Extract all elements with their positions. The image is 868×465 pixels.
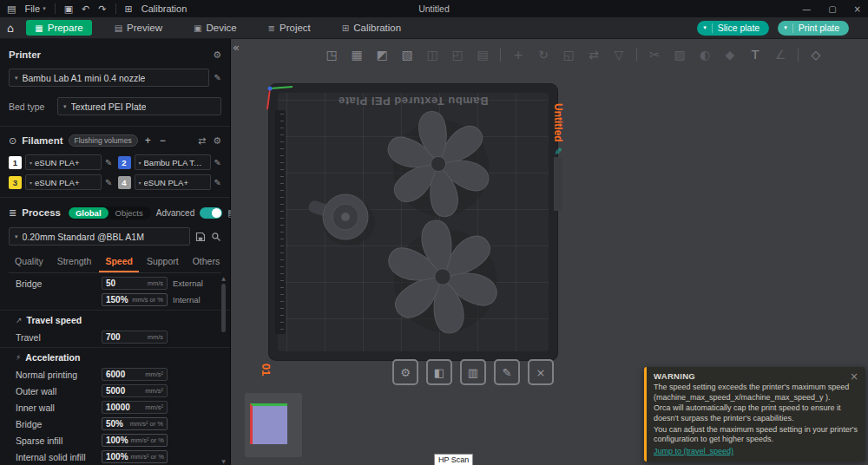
assembly-icon[interactable]: ◇ [806, 44, 826, 65]
process-tab-quality[interactable]: Quality [9, 252, 49, 272]
param-row: 150%mm/s or %Internal [0, 291, 230, 308]
printer-settings-gear-icon[interactable]: ⚙ [213, 49, 221, 61]
edit-filament-icon[interactable]: ✎ [105, 158, 112, 167]
tab-calibration[interactable]: ⊞Calibration [333, 20, 410, 36]
model-objects[interactable] [269, 84, 557, 360]
sync-filament-icon[interactable]: ⇄ [198, 135, 206, 147]
plate-delete-button[interactable]: × [528, 359, 554, 385]
scale-icon: ◱ [558, 44, 579, 65]
scope-global[interactable]: Global [69, 207, 108, 219]
param-input[interactable]: 700mm/s [102, 331, 168, 344]
knob-model[interactable] [307, 194, 375, 246]
warning-line: Orca will automatically cap the print sp… [654, 403, 858, 423]
plate-rename-button[interactable]: ✎ [494, 359, 520, 385]
search-icon[interactable] [211, 232, 221, 242]
filament-select[interactable]: ▾Bambu PLA Tough [135, 154, 211, 170]
calibration-menu[interactable]: Calibration [141, 3, 187, 14]
tab-preview[interactable]: ▤Preview [106, 20, 171, 36]
edit-printer-icon[interactable]: ✎ [214, 73, 221, 82]
maximize-button[interactable]: ▢ [828, 4, 836, 14]
add-plate-icon[interactable]: ▦ [346, 44, 367, 65]
add-object-icon[interactable]: ◳ [321, 44, 342, 65]
process-tab-strength[interactable]: Strength [51, 252, 98, 272]
prepare-tab-icon: ▦ [35, 23, 43, 33]
pinwheel-model[interactable] [384, 215, 502, 337]
add-filament-button[interactable]: + [143, 134, 153, 147]
flushing-volumes-button[interactable]: Flushing volumes [69, 134, 138, 147]
build-plate[interactable]: Bambu Textured PEI Plate [269, 84, 557, 360]
print-plate-button[interactable]: ▾ Print plate [778, 21, 849, 36]
minimize-button[interactable]: — [802, 4, 811, 14]
process-preset-select[interactable]: ▾ 0.20mm Standard @BBL A1M [9, 227, 190, 246]
scope-objects[interactable]: Objects [108, 207, 150, 219]
section-label: Travel speed [27, 315, 82, 325]
filament-name: eSUN PLA+ [35, 178, 80, 187]
close-button[interactable]: × [854, 4, 861, 14]
save-preset-icon[interactable] [195, 232, 206, 242]
param-input[interactable]: 100%mm/s² or % [102, 450, 168, 463]
advanced-toggle[interactable] [200, 207, 222, 219]
viewport-3d[interactable]: « ◳▦◩▧◫◰▤+↻◱⇄▽✂▨◐◆T∠◇ Bambu Textured PEI… [231, 39, 868, 465]
chevron-down-icon[interactable]: ▾ [784, 24, 787, 31]
param-input[interactable]: 10000mm/s² [102, 401, 168, 414]
warning-jump-link[interactable]: Jump to (travel_speed) [654, 447, 733, 455]
tab-project[interactable]: ≣Project [260, 20, 319, 36]
plate-settings-icon: ⚙ [400, 366, 411, 379]
printer-preset-select[interactable]: ▾ Bambu Lab A1 mini 0.4 nozzle [9, 69, 209, 87]
warning-close-icon[interactable]: × [850, 371, 858, 382]
plate-rearrange-button[interactable]: ▥ [460, 359, 486, 385]
param-value: 150% [106, 295, 128, 305]
pinwheel-model[interactable] [384, 107, 493, 220]
param-unit: mm/s² [142, 370, 163, 378]
arrange-objects-icon[interactable]: ▧ [397, 44, 418, 65]
filament-select[interactable]: ▾eSUN PLA+ [25, 174, 102, 190]
edit-filament-icon[interactable]: ✎ [214, 158, 221, 167]
plate-filament-button[interactable]: ◧ [426, 359, 452, 385]
filament-color-chip[interactable]: 2 [118, 156, 131, 169]
scroll-up-icon[interactable]: ▲ [221, 275, 226, 281]
undo-icon[interactable]: ↶ [82, 3, 89, 15]
printer-preset-value: Bambu Lab A1 mini 0.4 nozzle [23, 73, 146, 83]
auto-orient-icon[interactable]: ◩ [372, 44, 392, 65]
filament-settings-gear-icon[interactable]: ⚙ [213, 135, 221, 147]
chevron-down-icon[interactable]: ▾ [703, 24, 707, 31]
param-input[interactable]: 50%mm/s² or % [102, 417, 168, 430]
home-button[interactable]: ⌂ [7, 22, 14, 35]
scrollbar-thumb[interactable] [221, 284, 226, 332]
slice-plate-button[interactable]: ▾ Slice plate [697, 21, 769, 36]
bed-type-select[interactable]: ▾ Textured PEI Plate [57, 97, 221, 115]
plate-settings-button[interactable]: ⚙ [392, 359, 418, 385]
edit-project-icon[interactable]: ✎ [553, 147, 564, 155]
app-menu-icon[interactable]: ▤ [7, 3, 16, 15]
collapse-sidebar-button[interactable]: « [233, 41, 240, 54]
process-tab-support[interactable]: Support [141, 252, 185, 272]
filament-color-chip[interactable]: 3 [9, 176, 22, 189]
tab-prepare[interactable]: ▦Prepare [26, 20, 91, 36]
tab-device[interactable]: ▣Device [185, 20, 246, 36]
plate-number[interactable]: 01 [260, 363, 273, 376]
process-tab-speed[interactable]: Speed [99, 252, 139, 272]
param-input[interactable]: 6000mm/s² [102, 368, 168, 381]
secondary-plate-thumbnail[interactable] [245, 393, 302, 457]
filament-select[interactable]: ▾eSUN PLA+ [25, 154, 102, 170]
param-unit: mm/s² or % [128, 453, 164, 461]
param-input[interactable]: 5000mm/s² [102, 384, 168, 397]
redo-icon[interactable]: ↷ [98, 3, 106, 15]
scrollbar[interactable]: ▲ ▼ [220, 275, 227, 464]
param-input[interactable]: 100%mm/s² or % [102, 434, 168, 447]
param-input[interactable]: 50mm/s [102, 277, 168, 290]
filament-select[interactable]: ▾eSUN PLA+ [135, 174, 211, 190]
filament-color-chip[interactable]: 1 [9, 156, 22, 169]
process-icon: ≣ [9, 207, 16, 219]
save-icon[interactable]: ▣ [64, 3, 73, 15]
text-icon[interactable]: T [745, 44, 766, 65]
process-tab-others[interactable]: Others [187, 252, 227, 272]
toolbar-separator [798, 48, 799, 62]
edit-filament-icon[interactable]: ✎ [105, 178, 112, 187]
edit-filament-icon[interactable]: ✎ [214, 178, 221, 187]
filament-color-chip[interactable]: 4 [118, 176, 131, 189]
scroll-down-icon[interactable]: ▼ [221, 458, 226, 464]
remove-filament-button[interactable]: − [158, 134, 168, 147]
param-input[interactable]: 150%mm/s or % [102, 293, 168, 306]
file-menu[interactable]: File ▾ [24, 3, 45, 14]
